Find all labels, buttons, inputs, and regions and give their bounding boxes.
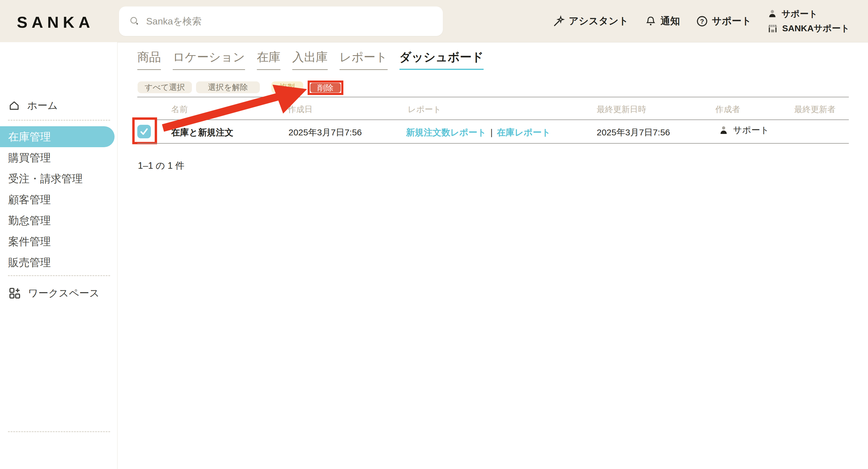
sidebar-item-customers[interactable]: 顧客管理 (0, 189, 117, 210)
report-link-inventory[interactable]: 在庫レポート (497, 127, 551, 137)
user-org-row: SANKAサポート (767, 23, 850, 35)
row-creator: サポート (718, 124, 769, 136)
user-menu[interactable]: サポート SANKAサポート (767, 8, 850, 35)
delete-button[interactable]: 削除 (310, 83, 341, 93)
row-checkbox[interactable] (137, 125, 151, 138)
assistant-button[interactable]: アシスタント (553, 14, 628, 28)
creator-name: サポート (733, 124, 769, 136)
topbar: SANKA アシスタント 通知 (0, 0, 868, 42)
tab-locations[interactable]: ロケーション (173, 49, 245, 70)
notifications-label: 通知 (660, 14, 680, 28)
row-created-date: 2025年3月7日7:56 (288, 127, 362, 139)
svg-text:?: ? (700, 18, 704, 25)
help-button[interactable]: ? サポート (696, 14, 751, 28)
column-header-last-updater: 最終更新者 (794, 104, 836, 115)
sidebar-divider (8, 431, 110, 432)
tab-dashboard[interactable]: ダッシュボード (399, 49, 484, 70)
user-name-row: サポート (767, 8, 850, 20)
sidebar-item-orders-billing[interactable]: 受注・請求管理 (0, 168, 117, 189)
table-top-rule (137, 97, 849, 97)
select-all-button[interactable]: すべて選択 (137, 81, 192, 93)
sidebar-divider (8, 120, 110, 121)
row-report-links: 新規注文数レポート|在庫レポート (406, 127, 551, 139)
workspace-icon (8, 287, 22, 300)
sidebar-menu: 在庫管理 購買管理 受注・請求管理 顧客管理 勤怠管理 案件管理 販売管理 (0, 126, 117, 273)
checkmark-icon (139, 127, 149, 137)
sidebar: ホーム 在庫管理 購買管理 受注・請求管理 顧客管理 勤怠管理 案件管理 販売管… (0, 42, 118, 469)
help-label: サポート (712, 14, 751, 28)
row-name[interactable]: 在庫と新規注文 (171, 127, 234, 139)
sidebar-item-purchasing[interactable]: 購買管理 (0, 147, 117, 168)
bell-icon (645, 15, 657, 27)
creator-avatar-icon (718, 125, 729, 136)
home-label: ホーム (27, 99, 58, 112)
storefront-icon (767, 23, 778, 34)
sidebar-item-workspace[interactable]: ワークスペース (8, 287, 99, 300)
column-header-name: 名前 (171, 104, 188, 115)
tab-products[interactable]: 商品 (137, 49, 161, 70)
home-icon (8, 100, 20, 111)
question-circle-icon: ? (696, 15, 708, 27)
column-header-last-updated: 最終更新日時 (597, 104, 646, 115)
column-header-created: 作成日 (288, 104, 313, 115)
pagination-summary: 1–1 の 1 件 (138, 160, 185, 172)
sidebar-item-home[interactable]: ホーム (8, 99, 58, 112)
duplicate-button[interactable]: 複製 (271, 81, 303, 93)
table-bottom-rule (137, 143, 849, 144)
topbar-nav: アシスタント 通知 ? サポート (553, 0, 850, 42)
delete-button-highlight-box: 削除 (308, 80, 343, 95)
sidebar-item-projects[interactable]: 案件管理 (0, 231, 117, 252)
search-icon (129, 15, 140, 27)
user-avatar-icon (767, 9, 777, 19)
tab-stock[interactable]: 在庫 (257, 49, 280, 70)
checkbox-highlight-box (132, 118, 157, 144)
column-header-report: レポート (408, 104, 441, 115)
sidebar-item-attendance[interactable]: 勤怠管理 (0, 210, 117, 231)
workspace-label: ワークスペース (28, 287, 99, 300)
column-header-creator: 作成者 (715, 104, 740, 115)
sidebar-item-inventory[interactable]: 在庫管理 (0, 126, 115, 147)
report-link-new-orders[interactable]: 新規注文数レポート (406, 127, 486, 137)
magic-wand-icon (553, 15, 565, 27)
tab-inout[interactable]: 入出庫 (292, 49, 328, 70)
module-tabs: 商品 ロケーション 在庫 入出庫 レポート ダッシュボード (137, 49, 484, 70)
sanka-app: SANKA アシスタント 通知 (0, 0, 868, 469)
report-link-separator: | (486, 127, 497, 137)
assistant-label: アシスタント (569, 14, 628, 28)
tab-reports[interactable]: レポート (340, 49, 388, 70)
table-header-rule (137, 120, 849, 120)
global-search[interactable] (119, 6, 443, 36)
sidebar-divider (8, 275, 110, 276)
user-name: サポート (781, 8, 817, 20)
annotation-arrow (0, 0, 868, 469)
sanka-logo: SANKA (17, 13, 94, 31)
user-org: SANKAサポート (782, 23, 850, 35)
sidebar-item-sales[interactable]: 販売管理 (0, 252, 117, 273)
deselect-button[interactable]: 選択を解除 (196, 81, 260, 93)
notifications-button[interactable]: 通知 (645, 14, 680, 28)
search-input[interactable] (146, 15, 412, 27)
row-last-updated: 2025年3月7日7:56 (597, 127, 670, 139)
